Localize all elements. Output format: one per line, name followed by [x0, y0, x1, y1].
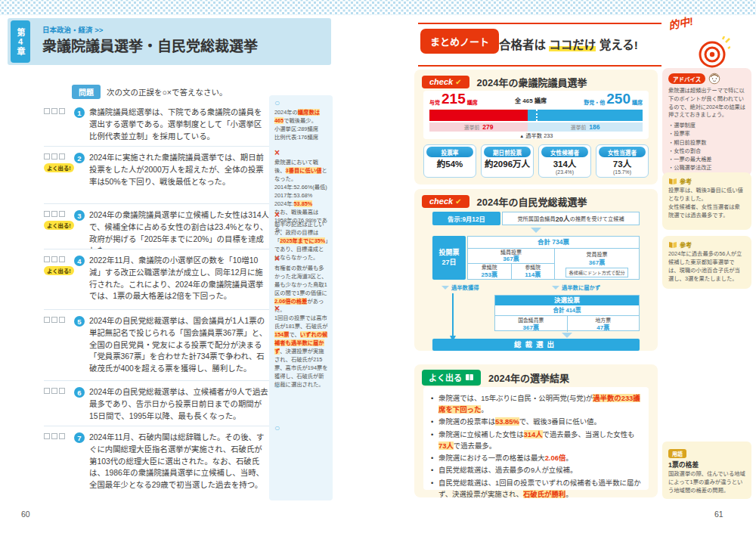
advice-item: 選挙制度: [668, 121, 745, 129]
ruling-seat-count: 215: [442, 91, 466, 106]
majority-marker: ▲過半数 233: [519, 132, 553, 139]
question-list: 1 衆議院議員総選挙は、下院である衆議院の議員を選出する選挙である。選挙制度とし…: [44, 101, 269, 496]
question-checkboxes: [44, 211, 74, 217]
majority-fail-label: 過半数に届かず: [552, 283, 600, 291]
question-text: 2024年11月、石破内閣は総辞職した。その後、すぐに内閣総理大臣指名選挙が実施…: [89, 432, 269, 491]
member-vote-label: 議員投票: [468, 249, 554, 256]
member-vote-header: 議員投票 367票: [468, 249, 554, 264]
advice-header: アドバイス: [668, 73, 745, 85]
ruling-label: 与党: [429, 98, 440, 106]
answer-mark: ○: [274, 98, 329, 108]
chevron-down-icon: [442, 286, 449, 290]
majority-win-text: 過半数獲得: [451, 283, 479, 291]
checkbox: [44, 108, 50, 114]
question-checkboxes: [44, 317, 74, 323]
checkbox: [59, 108, 65, 114]
stat-box: 女性候補者 314人 (23.4%): [538, 144, 591, 178]
checkbox: [44, 388, 50, 394]
page-title: 衆議院議員選挙・自民党総裁選挙: [42, 35, 258, 55]
advice-items: 選挙制度 投票率 期日前投票数 女性の割合 一票の最大格差 公職選挙法改正: [668, 121, 745, 172]
stat-row: 投票率 約54% 期日前投票 約2096万人 女性候補者 314人 (23.4%…: [423, 144, 649, 178]
book-spread: 第4章 日本政治・経済 >> 衆議院議員選挙・自民党総裁選挙 問題 次の文の正誤…: [0, 0, 756, 536]
party-vote-count: 367票: [589, 258, 605, 266]
checkbox: [51, 211, 57, 217]
bullet-item: 自民党総裁選は、過去最多の9人が立候補。: [431, 464, 641, 476]
question-row: 7 2024年11月、石破内閣は総辞職した。その後、すぐに内閣総理大臣指名選挙が…: [44, 426, 269, 496]
diet-vote-label: 国会議員票: [495, 318, 567, 324]
question-text: 衆議院議員総選挙は、下院である衆議院の議員を選出する選挙である。選挙制度として「…: [89, 107, 269, 142]
seat-unit: 議席: [632, 98, 643, 106]
section-header: よく出る 2024年の選挙結果: [422, 370, 569, 386]
reference-text: 投票率は、戦後3番目に低い値となりました。 女性候補者、女性当選者は衆院選では過…: [668, 187, 745, 220]
question-row: 1 衆議院議員総選挙は、下院である衆議院の議員を選出する選挙である。選挙制度とし…: [44, 101, 269, 147]
checkbox: [59, 211, 65, 217]
question-gutter: [44, 315, 74, 323]
reference-header: 参考: [668, 240, 745, 249]
dhondt-note: 各候補にドント方式で配分: [565, 268, 627, 277]
diet-vote-cell: 国会議員票 367票: [495, 316, 567, 332]
section-title: 2024年の自民党総裁選挙: [477, 194, 587, 209]
frequent-badge: よく出る!: [44, 266, 74, 275]
checkbox: [44, 256, 50, 262]
question-number: 2: [74, 153, 85, 163]
stat-box: 投票率 約54%: [423, 144, 476, 178]
majority-label: 過半数 233: [525, 132, 553, 139]
member-vote-count: 367票: [503, 256, 519, 262]
president-elected-bar: 総裁選出: [432, 339, 640, 351]
seat-chart: 与党215議席 全 465 議席 野党・他250議席 選挙前279 選挙前186…: [423, 91, 649, 139]
check-badge: check✔: [422, 76, 469, 88]
advice-text: 衆院選は超頻出テーマで特に以下のポイントが良く問われているので、絶対に2024年…: [668, 87, 745, 119]
runoff-box: 決選投票 合計 414票 国会議員票 367票 地方票 47票: [494, 295, 640, 331]
checkbox: [51, 317, 57, 323]
top-pattern-strip: [0, 0, 756, 15]
majority-win-label: 過半数獲得: [442, 283, 479, 291]
bullet-item: 自民党総裁選は、1回目の投票でいずれの候補者も過半数に届かず、決選投票が実施され…: [431, 477, 641, 500]
stat-value: 314人: [541, 160, 589, 169]
page-number-left: 60: [21, 510, 30, 519]
question-text: 2024年の自民党総裁選挙は、国会議員が1人1票の単記無記名で投じられる「国会議…: [89, 315, 269, 375]
total-votes: 合計 734票: [468, 237, 639, 249]
reference-label: 参考: [680, 177, 692, 185]
member-vote-cell: 議員投票 367票 衆議院 253票 参議院 114票: [468, 249, 555, 279]
local-vote-label: 地方票: [568, 318, 640, 324]
down-arrow: [452, 293, 454, 336]
councillors-cell: 参議院 114票: [511, 264, 555, 279]
election-flowchart: 告示:9月12日 党所属国会議員 20人の推薦を受けて立候補 投開票 27日 合…: [425, 212, 647, 348]
checkbox: [59, 433, 65, 439]
frequent-green-label: よく出る: [429, 371, 462, 383]
header-rule-top: [418, 23, 662, 24]
question-row: 5 2024年の自民党総裁選挙は、国会議員が1人1票の単記無記名で投じられる「国…: [44, 310, 269, 381]
reference-box: 参考 2024年に過去最多の56人が立候補した東京都知事選挙では、現職の小池百合…: [662, 236, 751, 289]
question-row: 6 2024年の自民党総裁選挙は、立候補者が9人で過去最多であり、告示日から投票…: [44, 381, 269, 426]
question-number: 6: [74, 387, 85, 398]
vote-table: 合計 734票 議員投票 367票 衆議院 253票: [467, 236, 640, 280]
reference-label: 参考: [680, 240, 692, 249]
answer-mark: ×: [274, 254, 329, 264]
lower-house-panel: check✔ 2024年の衆議院議員選挙 与党215議席 全 465 議席 野党…: [414, 70, 658, 184]
candidacy-note: 党所属国会議員 20人の推薦を受けて立候補: [502, 212, 640, 225]
ruling-seats: 与党215議席: [429, 91, 478, 106]
problem-instruction: 次の文の正誤を○×で答えなさい。: [107, 86, 227, 98]
frequent-badge: よく出る!: [44, 221, 74, 230]
section-title: 2024年の選挙結果: [488, 370, 569, 385]
reference-box: 参考 投票率は、戦後3番目に低い値となりました。 女性候補者、女性当選者は衆院選…: [662, 172, 751, 230]
checkbox: [44, 153, 50, 160]
opposition-seat-count: 250: [606, 91, 631, 106]
opposition-label: 野党・他: [584, 98, 605, 106]
checkbox: [51, 108, 57, 114]
stat-value: 約54%: [426, 160, 474, 169]
check-label: check: [429, 197, 453, 206]
seat-bar: [429, 110, 643, 121]
answers-panel: ○ 2024年の議席数は465で戦後最少。 小選挙区:289議席 比例代表:17…: [269, 95, 333, 500]
advice-item: 公職選挙法改正: [668, 163, 745, 172]
majority-fail-text: 過半数に届かず: [562, 283, 600, 291]
stat-label: 女性当選者: [599, 147, 646, 157]
advice-panel: アドバイス 衆院選は超頻出テーマで特に以下のポイントが良く問われているので、絶対…: [662, 68, 751, 176]
section-title: 2024年の衆議院議員選挙: [477, 75, 587, 89]
pre-election-opposition-count: 186: [589, 123, 600, 131]
frequent-badge-green: よく出る: [422, 370, 481, 386]
question-checkboxes: [44, 388, 74, 394]
opposition-seats: 野党・他250議席: [584, 91, 643, 106]
question-number: 1: [74, 107, 85, 118]
councillors-label: 参議院: [512, 265, 555, 271]
